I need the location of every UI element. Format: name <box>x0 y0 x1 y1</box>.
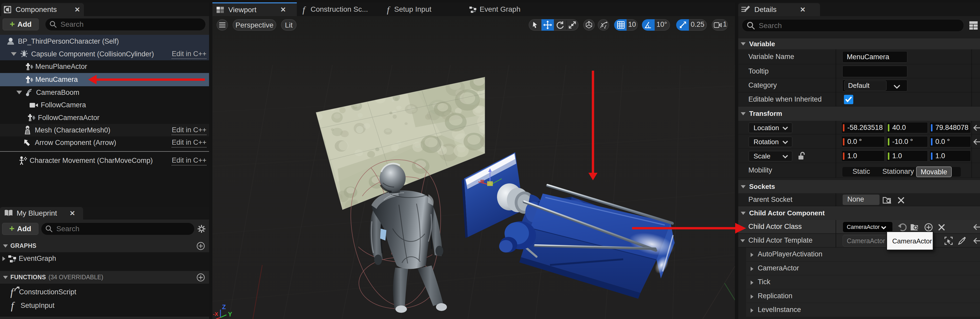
svg-text:-X: -X <box>213 311 218 317</box>
svg-text:Y: Y <box>228 311 232 318</box>
svg-text:Z: Z <box>222 303 226 310</box>
